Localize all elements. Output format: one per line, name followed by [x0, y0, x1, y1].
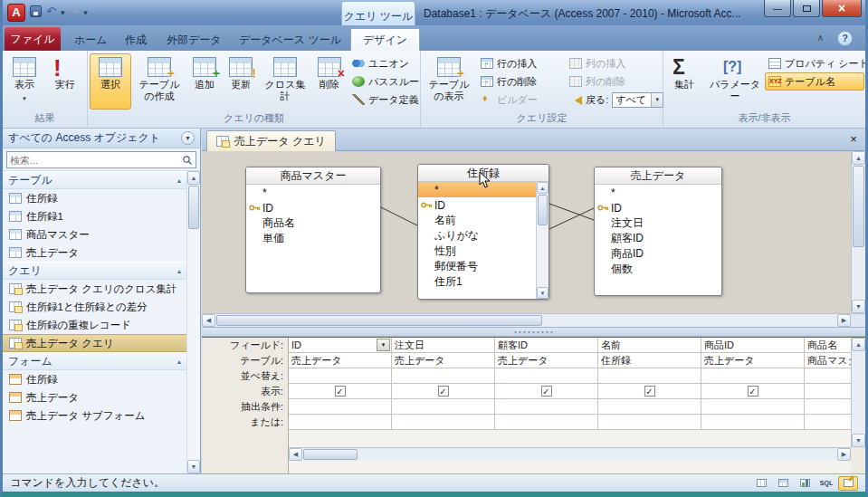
builder-button[interactable]: ビルダー: [477, 91, 564, 109]
nav-group-tables[interactable]: テーブル: [3, 171, 186, 189]
scroll-thumb[interactable]: [188, 186, 199, 229]
or-cell[interactable]: [805, 415, 851, 430]
scroll-up-icon[interactable]: [537, 182, 548, 194]
field-row[interactable]: 郵便番号: [418, 259, 548, 274]
field-row[interactable]: 個数: [595, 262, 721, 277]
show-checkbox[interactable]: [335, 386, 346, 397]
scroll-thumb[interactable]: [853, 166, 864, 247]
pivotchart-view-button[interactable]: [795, 476, 815, 491]
scroll-up-icon[interactable]: [187, 171, 200, 185]
tab-file[interactable]: ファイル: [5, 27, 61, 51]
or-cell[interactable]: [701, 415, 805, 430]
field-row[interactable]: *: [595, 185, 721, 200]
maximize-button[interactable]: [793, 0, 820, 17]
field-cell[interactable]: 注文日: [392, 338, 495, 353]
tab-design[interactable]: デザイン: [350, 28, 420, 51]
ribbon-collapse-icon[interactable]: [817, 33, 824, 43]
view-button[interactable]: 表示: [5, 53, 44, 110]
access-app-icon[interactable]: [7, 4, 25, 22]
show-table-button[interactable]: + テーブルの表示: [423, 53, 475, 110]
scroll-down-icon[interactable]: [852, 434, 865, 447]
show-checkbox[interactable]: [438, 386, 449, 397]
scroll-up-icon[interactable]: [852, 151, 865, 165]
field-row[interactable]: *: [246, 185, 380, 200]
nav-item-form[interactable]: 売上データ: [3, 388, 186, 406]
field-cell[interactable]: 名前: [598, 338, 701, 353]
nav-item-query[interactable]: 住所録の重複レコード: [3, 316, 186, 334]
pass-through-button[interactable]: パススルー: [348, 72, 419, 91]
design-horizontal-scrollbar[interactable]: [202, 313, 851, 327]
qat-dropdown-icon[interactable]: [83, 5, 88, 18]
show-cell[interactable]: [701, 384, 805, 399]
scroll-left-icon[interactable]: [289, 448, 302, 461]
scroll-right-icon[interactable]: [837, 448, 851, 461]
nav-dropdown-icon[interactable]: [181, 131, 195, 145]
scroll-thumb[interactable]: [538, 195, 548, 225]
make-table-button[interactable]: + テーブルの作成: [133, 53, 186, 110]
table-cell[interactable]: 売上データ: [289, 353, 392, 368]
nav-group-queries[interactable]: クエリ: [3, 262, 186, 280]
design-view-button[interactable]: [838, 476, 858, 491]
field-row[interactable]: 商品ID: [595, 246, 721, 262]
nav-item-query[interactable]: 売上データ クエリのクロス集計: [3, 280, 186, 298]
criteria-cell[interactable]: [805, 399, 851, 415]
criteria-cell[interactable]: [495, 399, 598, 415]
nav-group-forms[interactable]: フォーム: [3, 352, 186, 370]
grid-horizontal-scrollbar[interactable]: [289, 447, 851, 461]
union-button[interactable]: ユニオン: [348, 54, 419, 72]
design-view[interactable]: 商品マスター * ID 商品名 単価 住所録 * ID 名前 ふりがな 性別 郵…: [202, 151, 851, 313]
field-row[interactable]: 注文日: [595, 215, 721, 231]
or-cell[interactable]: [598, 415, 701, 430]
chevron-up-icon[interactable]: [177, 177, 181, 185]
save-icon[interactable]: [30, 5, 42, 17]
sort-cell[interactable]: [392, 368, 495, 384]
undo-dropdown-icon[interactable]: [61, 5, 65, 18]
show-checkbox[interactable]: [748, 386, 758, 397]
show-cell[interactable]: [598, 384, 701, 399]
or-cell[interactable]: [495, 415, 598, 430]
grid-vertical-scrollbar[interactable]: [851, 338, 865, 447]
tab-create[interactable]: 作成: [113, 30, 158, 51]
show-checkbox[interactable]: [644, 386, 655, 397]
return-dropdown-icon[interactable]: [651, 93, 663, 107]
show-cell[interactable]: [289, 384, 392, 399]
tab-database-tools[interactable]: データベース ツール: [227, 30, 353, 51]
table-cell[interactable]: 売上データ: [392, 353, 495, 368]
document-tab[interactable]: 売上データ クエリ: [206, 130, 336, 151]
select-query-button[interactable]: 選択: [90, 53, 131, 110]
table-cell[interactable]: 商品マスター: [805, 353, 851, 368]
field-dropdown-icon[interactable]: [377, 339, 390, 351]
table-title[interactable]: 商品マスター: [246, 167, 380, 185]
field-row[interactable]: 単価: [246, 231, 380, 246]
field-row[interactable]: ID: [595, 200, 721, 215]
nav-item-form[interactable]: 売上データ サブフォーム: [3, 406, 186, 425]
scroll-up-icon[interactable]: [852, 338, 865, 351]
show-cell[interactable]: [805, 384, 851, 399]
field-cell[interactable]: ID: [289, 338, 392, 353]
nav-scrollbar[interactable]: [186, 171, 200, 473]
update-button[interactable]: ! 更新: [224, 53, 258, 110]
pane-splitter[interactable]: [202, 327, 865, 337]
minimize-button[interactable]: [764, 0, 791, 17]
search-box[interactable]: [6, 151, 196, 168]
tab-home[interactable]: ホーム: [62, 30, 119, 51]
field-cell[interactable]: 商品名: [805, 338, 851, 353]
sort-cell[interactable]: [805, 368, 851, 384]
design-vertical-scrollbar[interactable]: [851, 151, 865, 313]
table-cell[interactable]: 売上データ: [495, 353, 598, 368]
table-cell[interactable]: 売上データ: [701, 353, 805, 368]
datasheet-view-button[interactable]: [751, 476, 771, 491]
field-row[interactable]: 顧客ID: [595, 231, 721, 246]
crosstab-button[interactable]: クロス集計: [260, 53, 310, 110]
nav-item-table[interactable]: 住所録: [3, 189, 186, 207]
table-cell[interactable]: 住所録: [598, 353, 701, 368]
return-combobox[interactable]: すべて: [612, 92, 663, 108]
field-list-scrollbar[interactable]: [536, 182, 548, 299]
delete-query-button[interactable]: × 削除: [312, 53, 347, 110]
property-sheet-button[interactable]: プロパティ シート: [765, 54, 864, 72]
table-title[interactable]: 売上データ: [595, 167, 721, 185]
help-icon[interactable]: [837, 31, 853, 46]
insert-rows-button[interactable]: 行の挿入: [477, 54, 564, 72]
scroll-right-icon[interactable]: [837, 314, 851, 327]
criteria-cell[interactable]: [289, 399, 392, 415]
